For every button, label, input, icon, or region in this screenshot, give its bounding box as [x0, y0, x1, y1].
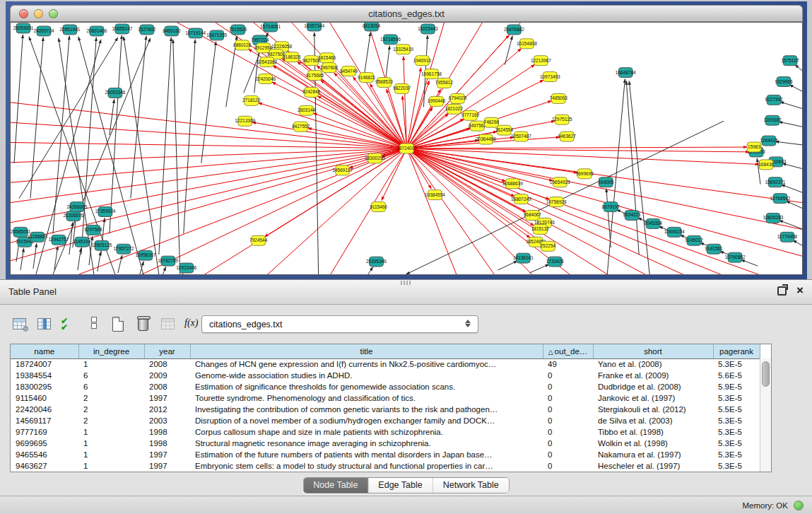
table-cell: 6: [78, 370, 144, 381]
table-cell: 2: [78, 392, 144, 404]
table-cell: 0: [543, 381, 593, 392]
graph-node-label: 1575107: [781, 58, 799, 63]
graph-node-label: 18300295: [365, 156, 385, 160]
table-cell: 6: [78, 381, 144, 392]
float-panel-icon[interactable]: [777, 286, 787, 296]
import-table-icon[interactable]: [160, 316, 177, 333]
table-cell: Stergiakouli et al. (2012): [593, 404, 713, 415]
table-cell: 5.9E-5: [713, 381, 760, 392]
graph-node-label: 24266005: [66, 204, 87, 209]
graph-node-label: 17359924: [95, 209, 115, 214]
graph-node-label: 19384554: [425, 192, 445, 197]
tab-network-table[interactable]: Network Table: [433, 478, 509, 493]
table-cell: 0: [543, 392, 593, 404]
table-row[interactable]: 2242004622012Investigating the contribut…: [11, 404, 760, 415]
table-cell: 0: [543, 404, 593, 415]
table-cell: 1: [78, 358, 144, 370]
citation-network-graph[interactable]: 2605905124055724205519412069140610655247…: [11, 23, 802, 274]
table-type-tabs: Node TableEdge TableNetwork Table: [302, 477, 509, 493]
delete-table-icon[interactable]: [135, 316, 152, 333]
table-row[interactable]: 1938455462009Genome-wide association stu…: [11, 370, 760, 381]
column-header-out-de-[interactable]: △out_de…: [543, 344, 593, 358]
table-cell: de Silva et al. (2003): [593, 415, 713, 426]
table-cell: 5.6E-5: [713, 370, 760, 381]
graph-node-label: 2967608: [320, 65, 339, 70]
graph-node-label: 13325419: [393, 47, 413, 52]
table-select-value: citations_edges.txt: [209, 320, 283, 329]
graph-node-label: 9115460: [370, 204, 387, 209]
new-document-icon[interactable]: [110, 316, 127, 333]
column-header-title[interactable]: title: [190, 344, 543, 358]
graph-node-label: 1990448: [428, 98, 446, 103]
vertical-scrollbar[interactable]: [760, 358, 771, 472]
memory-status-label: Memory: OK: [742, 501, 788, 510]
split-pane-grip-icon[interactable]: [401, 281, 412, 285]
table-cell: 2003: [144, 415, 190, 426]
graph-node-label: 8679197: [602, 204, 620, 209]
graph-node-label: 12975125: [552, 117, 572, 122]
scrollbar-thumb[interactable]: [762, 361, 770, 387]
table-panel-title: Table Panel: [8, 286, 57, 297]
graph-node-label: 25053346: [105, 90, 125, 95]
column-header-in-degree[interactable]: in_degree: [78, 344, 144, 358]
table-cell: Jankovic et al. (1997): [593, 392, 713, 404]
column-header-pagerank[interactable]: pagerank: [713, 344, 760, 358]
graph-node-label: 10973493: [540, 74, 560, 79]
function-builder-icon[interactable]: f(x): [184, 316, 201, 333]
table-row[interactable]: 969969511998Structural magnetic resonanc…: [11, 438, 760, 449]
column-header-short[interactable]: short: [593, 344, 713, 358]
table-cell: 9463627: [11, 460, 78, 472]
window-title: citations_edges.txt: [11, 8, 802, 19]
graph-node-label: 12213967: [531, 58, 551, 63]
graph-node-label: 1821022: [445, 106, 464, 111]
table-row[interactable]: 977716911998Corpus callosum shape and si…: [11, 426, 760, 438]
column-header-year[interactable]: year: [144, 344, 190, 358]
graph-node-label: 168436: [758, 162, 774, 167]
table-row[interactable]: 946362711997Embryonic stem cells: a mode…: [11, 460, 760, 472]
network-view-canvas[interactable]: 2605905124055724205519412069140610655247…: [10, 22, 803, 275]
graph-node-label: 8454749: [340, 69, 358, 74]
table-cell: 2008: [144, 381, 190, 392]
show-column-icon[interactable]: [36, 316, 53, 333]
table-cell: Nakamura et al. (1997): [593, 449, 713, 460]
graph-node-label: 16648784: [616, 70, 636, 75]
network-window-titlebar[interactable]: citations_edges.txt: [10, 5, 803, 22]
column-header-name[interactable]: name: [11, 344, 78, 358]
graph-node-label: 18807249: [511, 197, 531, 201]
graph-node-label: 12226058: [271, 44, 292, 49]
table-cell: 0: [543, 449, 593, 460]
tab-node-table[interactable]: Node Table: [303, 478, 368, 493]
status-bar: Memory: OK: [0, 496, 812, 514]
table-row[interactable]: 1872400712008Changes of HCN gene express…: [11, 358, 760, 370]
table-cell: 1: [78, 460, 144, 472]
select-all-icon[interactable]: ✔✔: [61, 316, 78, 333]
table-settings-icon[interactable]: ⚙: [11, 316, 28, 333]
table-cell: 5.3E-5: [713, 392, 760, 404]
graph-node-label: 12764542: [770, 196, 791, 201]
table-cell: Tourette syndrome. Phenomenology and cla…: [190, 392, 543, 404]
graph-node-label: 9699695: [576, 171, 594, 176]
table-cell: Wolkin et al. (1998): [593, 438, 713, 449]
graph-node-label: 20551941: [60, 27, 81, 32]
table-cell: 5.3E-5: [713, 438, 760, 449]
graph-node-label: 20691406: [86, 28, 107, 33]
table-row[interactable]: 911546021997Tourette syndrome. Phenomeno…: [11, 392, 760, 404]
table-row[interactable]: 1456911722003Disruption of a novel membe…: [11, 415, 760, 426]
graph-node-label: 24055724: [34, 28, 54, 33]
graph-node-label: 11156869: [28, 234, 47, 239]
graph-node-label: 10719144: [185, 30, 206, 35]
table-row[interactable]: 1830029562008Estimation of significance …: [11, 381, 760, 392]
table-row[interactable]: 946554611997Estimation of the future num…: [11, 449, 760, 460]
graph-node-label: 10958167: [135, 252, 155, 257]
table-select-dropdown[interactable]: citations_edges.txt: [201, 315, 478, 333]
checkbox-list-icon[interactable]: [86, 316, 102, 333]
close-panel-icon[interactable]: ×: [796, 283, 804, 298]
graph-node-label: 9141561: [705, 246, 723, 251]
table-cell: Genome-wide association studies in ADHD.: [190, 370, 543, 381]
graph-node-label: 10790862: [725, 255, 746, 259]
table-cell: 9777169: [11, 426, 78, 438]
graph-node-label: 10655247: [112, 26, 132, 31]
tab-edge-table[interactable]: Edge Table: [368, 478, 433, 493]
graph-node-label: 12923446: [176, 265, 196, 270]
graph-node-label: 9297588: [84, 227, 102, 232]
